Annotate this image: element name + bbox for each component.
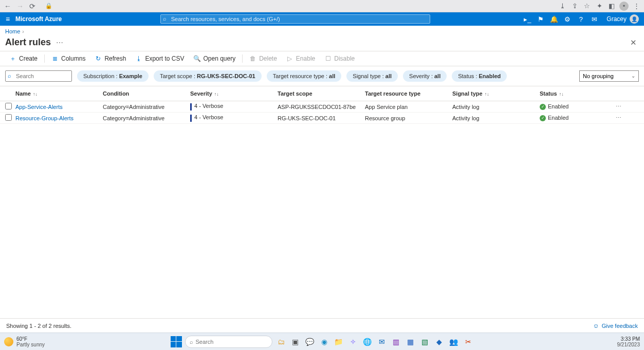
directory-icon[interactable]: ⚑ bbox=[535, 12, 547, 26]
export-button[interactable]: ⭳Export to CSV bbox=[131, 52, 188, 65]
grouping-wrap: No grouping ⌄ bbox=[579, 70, 639, 82]
severity-bar-icon bbox=[190, 115, 192, 122]
alert-rule-link[interactable]: App-Service-Alerts bbox=[15, 104, 63, 110]
row-checkbox[interactable] bbox=[5, 103, 12, 109]
filter-status[interactable]: Status :Enabled bbox=[452, 70, 507, 82]
create-button[interactable]: ＋Create bbox=[5, 52, 42, 65]
filter-severity[interactable]: Severity :all bbox=[403, 70, 447, 82]
azure-brand[interactable]: Microsoft Azure bbox=[15, 15, 69, 23]
edge-icon[interactable]: ◉ bbox=[319, 336, 330, 347]
status-enabled-icon: ✓ bbox=[540, 104, 546, 110]
enable-label: Enable bbox=[296, 55, 315, 62]
azure-search-input[interactable] bbox=[160, 14, 430, 24]
filter-signal-type[interactable]: Signal type :all bbox=[346, 70, 398, 82]
app-icon[interactable]: 💬 bbox=[304, 336, 316, 347]
row-more-icon[interactable]: ⋯ bbox=[616, 115, 622, 121]
help-icon[interactable]: ? bbox=[575, 12, 587, 26]
row-checkbox[interactable] bbox=[5, 114, 12, 121]
delete-icon: 🗑 bbox=[249, 55, 256, 62]
filter-value: all bbox=[385, 73, 392, 79]
onenote-icon[interactable]: ▥ bbox=[391, 336, 402, 347]
feedback-icon[interactable]: ✉ bbox=[588, 12, 600, 26]
filter-value: all bbox=[329, 73, 335, 79]
cell-scope: ASP-RGUKSSECDOC01-87be bbox=[278, 104, 365, 110]
close-icon[interactable]: ✕ bbox=[628, 38, 639, 47]
col-target-resource-type[interactable]: Target resource type bbox=[365, 90, 452, 97]
filter-subscription[interactable]: Subscription :Example bbox=[77, 70, 149, 82]
visio-icon[interactable]: ◆ bbox=[434, 336, 445, 347]
filter-label: Status : bbox=[458, 73, 477, 79]
col-status[interactable]: Status↑↓ bbox=[540, 90, 606, 97]
breadcrumb-home[interactable]: Home bbox=[5, 28, 20, 34]
col-status-label: Status bbox=[540, 90, 557, 97]
menu-icon[interactable]: ⋮ bbox=[632, 2, 641, 11]
outlook-icon[interactable]: ✉ bbox=[376, 336, 388, 347]
settings-icon[interactable]: ⚙ bbox=[561, 12, 574, 26]
table-row[interactable]: App-Service-AlertsCategory=Administrativ… bbox=[0, 101, 644, 113]
notifications-icon[interactable]: 🔔 bbox=[548, 12, 560, 26]
word-icon[interactable]: ▦ bbox=[405, 336, 416, 347]
row-more-icon[interactable]: ⋯ bbox=[616, 103, 622, 109]
address-bar[interactable]: 🔒 bbox=[41, 2, 554, 10]
col-signal-label: Signal type bbox=[452, 90, 483, 97]
page-title: Alert rules bbox=[5, 37, 51, 48]
col-name[interactable]: Name↑↓ bbox=[15, 90, 103, 97]
share-icon[interactable]: ⇪ bbox=[570, 2, 579, 11]
refresh-label: Refresh bbox=[104, 55, 126, 62]
bookmark-icon[interactable]: ☆ bbox=[582, 2, 592, 11]
app-icon[interactable]: ▣ bbox=[290, 336, 301, 347]
excel-icon[interactable]: ▧ bbox=[419, 336, 431, 347]
user-name: Gracey bbox=[606, 15, 627, 23]
cell-signal-type: Activity log bbox=[452, 115, 540, 121]
filter-target-scope[interactable]: Target scope :RG-UKS-SEC-DOC-01 bbox=[154, 70, 262, 82]
page-title-row: Alert rules ⋯ ✕ bbox=[0, 37, 644, 51]
refresh-button[interactable]: ↻Refresh bbox=[90, 52, 130, 65]
reload-icon[interactable]: ⟳ bbox=[28, 2, 37, 11]
table-row[interactable]: Resource-Group-AlertsCategory=Administra… bbox=[0, 113, 644, 124]
sort-icon: ↑↓ bbox=[559, 91, 564, 97]
filter-search-input[interactable] bbox=[5, 70, 72, 82]
filter-value: Example bbox=[119, 73, 142, 79]
snip-icon[interactable]: ✂ bbox=[463, 336, 474, 347]
copilot-icon[interactable]: ✧ bbox=[347, 336, 359, 347]
col-severity-label: Severity bbox=[190, 90, 212, 97]
results-footer: Showing 1 - 2 of 2 results. ☺ Give feedb… bbox=[0, 318, 644, 333]
hamburger-icon[interactable]: ≡ bbox=[0, 15, 15, 23]
col-target-scope[interactable]: Target scope bbox=[278, 90, 365, 97]
install-icon[interactable]: ⤓ bbox=[558, 2, 567, 11]
browser-toolbar: ← → ⟳ 🔒 ⤓ ⇪ ☆ ✦ ◧ • ⋮ bbox=[0, 0, 644, 12]
grouping-select[interactable]: No grouping ⌄ bbox=[579, 70, 639, 82]
profile-icon[interactable]: • bbox=[619, 2, 629, 11]
azure-right-icons: ▸_ ⚑ 🔔 ⚙ ? ✉ Gracey 👤 bbox=[521, 12, 644, 26]
title-more-icon[interactable]: ⋯ bbox=[56, 39, 63, 47]
user-menu[interactable]: Gracey 👤 bbox=[601, 14, 641, 24]
open-query-button[interactable]: 🔍Open query bbox=[189, 52, 240, 65]
windows-taskbar: 60°F Partly sunny ⌕Search 🗂 ▣ 💬 ◉ 📁 ✧ 🌐 … bbox=[0, 333, 644, 350]
teams-icon[interactable]: 👥 bbox=[448, 336, 459, 347]
cell-signal-type: Activity log bbox=[452, 104, 540, 110]
alert-rule-link[interactable]: Resource-Group-Alerts bbox=[15, 115, 73, 121]
taskbar-weather[interactable]: 60°F Partly sunny bbox=[4, 336, 45, 347]
back-icon[interactable]: ← bbox=[3, 2, 12, 11]
forward-icon[interactable]: → bbox=[15, 2, 25, 11]
give-feedback-link[interactable]: ☺ Give feedback bbox=[593, 322, 638, 329]
open-query-label: Open query bbox=[203, 55, 235, 62]
col-condition[interactable]: Condition bbox=[103, 90, 190, 97]
taskbar-clock[interactable]: 3:33 PM 9/21/2023 bbox=[617, 336, 640, 347]
col-severity[interactable]: Severity↑↓ bbox=[190, 90, 278, 97]
columns-button[interactable]: ≣Columns bbox=[47, 52, 89, 65]
filter-value: all bbox=[434, 73, 440, 79]
chrome-icon[interactable]: 🌐 bbox=[362, 336, 373, 347]
cloud-shell-icon[interactable]: ▸_ bbox=[521, 12, 533, 26]
cell-resource-type: Resource group bbox=[365, 115, 452, 121]
sidepanel-icon[interactable]: ◧ bbox=[607, 2, 616, 11]
filter-label: Subscription : bbox=[83, 73, 118, 79]
extensions-icon[interactable]: ✦ bbox=[595, 2, 604, 11]
col-signal-type[interactable]: Signal type↑↓ bbox=[452, 90, 540, 97]
taskbar-search[interactable]: ⌕Search bbox=[185, 336, 272, 348]
enable-button: ▷Enable bbox=[282, 52, 319, 65]
explorer-icon[interactable]: 🗂 bbox=[275, 336, 287, 347]
start-icon[interactable] bbox=[171, 336, 182, 347]
filter-resource-type[interactable]: Target resource type :all bbox=[267, 70, 342, 82]
folder-icon[interactable]: 📁 bbox=[333, 336, 344, 347]
